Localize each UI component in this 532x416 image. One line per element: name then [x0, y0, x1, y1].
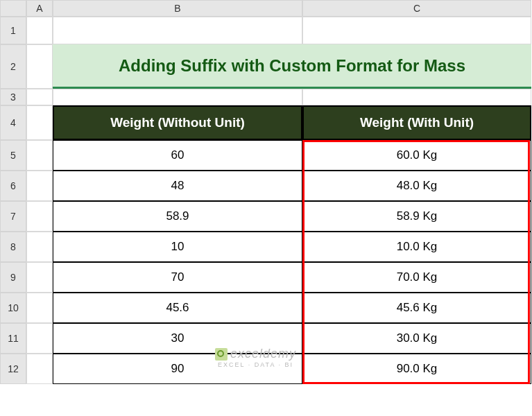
cell-b8[interactable]: 10: [53, 232, 302, 262]
cell-c7[interactable]: 58.9 Kg: [302, 201, 531, 232]
cell-a1[interactable]: [26, 17, 53, 44]
cell-b6[interactable]: 48: [53, 171, 302, 201]
cell-c8[interactable]: 10.0 Kg: [302, 232, 531, 262]
cell-a5[interactable]: [26, 140, 53, 171]
cell-a8[interactable]: [26, 232, 53, 262]
cell-a4[interactable]: [26, 105, 53, 140]
col-header-c[interactable]: C: [302, 0, 531, 17]
cell-a6[interactable]: [26, 171, 53, 201]
cell-b12[interactable]: 90: [53, 354, 302, 384]
cell-a3[interactable]: [26, 89, 53, 105]
cell-c11[interactable]: 30.0 Kg: [302, 323, 531, 354]
title-cell[interactable]: Adding Suffix with Custom Format for Mas…: [53, 44, 531, 89]
cell-b7[interactable]: 58.9: [53, 201, 302, 232]
cell-c10[interactable]: 45.6 Kg: [302, 293, 531, 323]
cell-b5[interactable]: 60: [53, 140, 302, 171]
cell-a10[interactable]: [26, 293, 53, 323]
row-header-7[interactable]: 7: [0, 201, 26, 232]
cell-c5[interactable]: 60.0 Kg: [302, 140, 531, 171]
table-header-without-unit[interactable]: Weight (Without Unit): [53, 105, 302, 140]
cell-c12[interactable]: 90.0 Kg: [302, 354, 531, 384]
cell-a12[interactable]: [26, 354, 53, 384]
cell-b3[interactable]: [53, 89, 302, 105]
cell-b1[interactable]: [53, 17, 302, 44]
cell-c6[interactable]: 48.0 Kg: [302, 171, 531, 201]
row-header-6[interactable]: 6: [0, 171, 26, 201]
cell-c3[interactable]: [302, 89, 531, 105]
row-header-2[interactable]: 2: [0, 44, 26, 89]
row-header-10[interactable]: 10: [0, 293, 26, 323]
row-header-1[interactable]: 1: [0, 17, 26, 44]
table-header-with-unit[interactable]: Weight (With Unit): [302, 105, 531, 140]
row-header-8[interactable]: 8: [0, 232, 26, 262]
col-header-a[interactable]: A: [26, 0, 53, 17]
row-header-11[interactable]: 11: [0, 323, 26, 354]
row-header-5[interactable]: 5: [0, 140, 26, 171]
select-all-corner[interactable]: [0, 0, 26, 17]
row-header-9[interactable]: 9: [0, 262, 26, 293]
spreadsheet-grid: A B C 1 2 Adding Suffix with Custom Form…: [0, 0, 532, 384]
cell-a11[interactable]: [26, 323, 53, 354]
cell-a7[interactable]: [26, 201, 53, 232]
cell-b9[interactable]: 70: [53, 262, 302, 293]
row-header-12[interactable]: 12: [0, 354, 26, 384]
cell-b10[interactable]: 45.6: [53, 293, 302, 323]
col-header-b[interactable]: B: [53, 0, 302, 17]
cell-a9[interactable]: [26, 262, 53, 293]
row-header-3[interactable]: 3: [0, 89, 26, 105]
cell-a2[interactable]: [26, 44, 53, 89]
cell-c9[interactable]: 70.0 Kg: [302, 262, 531, 293]
row-header-4[interactable]: 4: [0, 105, 26, 140]
cell-b11[interactable]: 30: [53, 323, 302, 354]
cell-c1[interactable]: [302, 17, 531, 44]
